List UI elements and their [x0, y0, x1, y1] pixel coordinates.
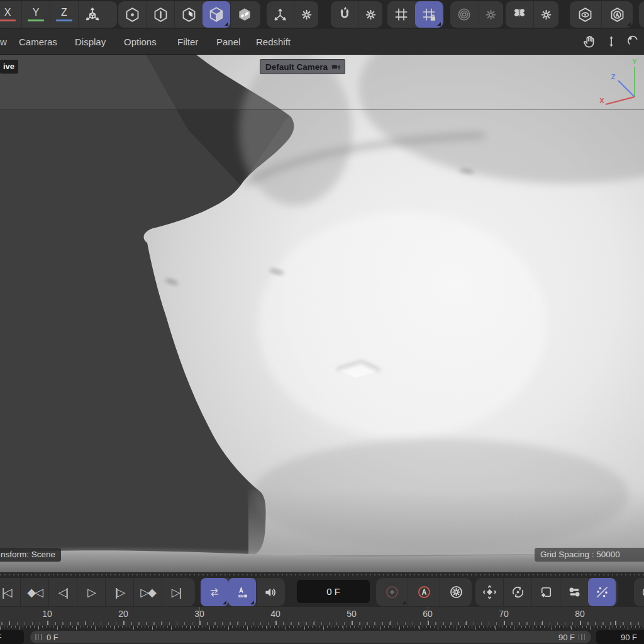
- ruler-tick-label: 50: [347, 609, 357, 619]
- animation-toolbar: |◁ ◆◁ ◁| ▷ |▷ ▷◆ ▷| 0 F: [0, 572, 644, 607]
- range-right-grip[interactable]: [579, 634, 586, 640]
- gear-icon: [364, 8, 377, 21]
- edges-mode-button[interactable]: [146, 1, 174, 28]
- snap-toggle-button[interactable]: [331, 1, 358, 28]
- parameter-key-icon: [538, 584, 554, 600]
- snap-magnet-icon: [336, 6, 353, 23]
- model-mode-button[interactable]: [203, 1, 230, 28]
- menu-cameras[interactable]: Cameras: [19, 29, 57, 54]
- keyframe-gear-icon: [448, 584, 465, 601]
- key-parameter-toggle[interactable]: [531, 578, 560, 606]
- points-mode-button[interactable]: [118, 1, 146, 28]
- lock-x-axis-button[interactable]: X: [0, 1, 21, 28]
- keyframe-settings-button[interactable]: [440, 578, 472, 606]
- pan-view-icon[interactable]: [581, 33, 597, 50]
- modeling-rings-button[interactable]: [450, 1, 478, 28]
- snap-settings-button[interactable]: [358, 1, 382, 28]
- play-mode-button[interactable]: [228, 578, 256, 606]
- view-name-label[interactable]: ive: [0, 60, 18, 74]
- quantize-grid-icon: [421, 6, 437, 23]
- menu-display[interactable]: Display: [75, 29, 106, 54]
- axis-z-underline: [56, 19, 72, 21]
- prev-key-button[interactable]: ◆◁: [20, 578, 48, 606]
- record-keyframe-button[interactable]: [376, 578, 408, 606]
- goto-start-button[interactable]: |◁: [0, 578, 20, 606]
- rings-icon: [456, 6, 472, 23]
- cinema4d-window: X Y Z: [0, 0, 644, 644]
- next-key-button[interactable]: ▷◆: [133, 578, 162, 606]
- menu-view[interactable]: w: [0, 29, 7, 54]
- ruler-tick-label: 20: [118, 609, 128, 619]
- point-level-animation-toggle[interactable]: [588, 578, 616, 606]
- speaker-icon: [262, 584, 279, 601]
- pla-icon: [594, 584, 610, 600]
- keyframe-a-icon: [234, 584, 250, 601]
- axis-x-label: X: [4, 8, 11, 18]
- menu-panel[interactable]: Panel: [216, 29, 240, 54]
- texture-mode-button[interactable]: [230, 1, 258, 28]
- axis-gizmo: Y Z X: [597, 58, 644, 111]
- autokey-a-icon: [416, 584, 433, 601]
- viewport-menubar: w Cameras Display Options Filter Panel R…: [0, 29, 644, 55]
- range-minor-ticks: [0, 626, 644, 628]
- symmetry-toggle-button[interactable]: [506, 1, 533, 28]
- clipped-toolbar-button[interactable]: [639, 1, 644, 28]
- divider-dots: [0, 574, 644, 575]
- preview-range-slider[interactable]: 0 F 90 F: [30, 631, 591, 643]
- toggles-icon: [567, 584, 582, 600]
- menu-redshift[interactable]: Redshift: [256, 29, 291, 54]
- loop-playback-button[interactable]: [201, 578, 228, 606]
- modeling-settings-button[interactable]: [478, 1, 502, 28]
- world-axes-icon: [84, 6, 101, 23]
- points-mode-icon: [124, 6, 141, 23]
- range-end-field[interactable]: 90 F: [596, 630, 644, 644]
- next-frame-button[interactable]: |▷: [105, 578, 133, 606]
- position-key-icon: [482, 584, 497, 600]
- sound-toggle-button[interactable]: [256, 578, 284, 606]
- ruler-tick-label: 10: [42, 609, 52, 619]
- play-button[interactable]: ▷: [77, 578, 105, 606]
- axis-y-underline: [28, 19, 44, 21]
- gear-icon: [540, 8, 553, 21]
- current-frame-field[interactable]: 0 F: [297, 580, 370, 603]
- prev-frame-button[interactable]: ◁|: [48, 578, 77, 606]
- camera-name-label[interactable]: Default Camera: [260, 59, 345, 74]
- viewport-override-button[interactable]: [601, 1, 633, 28]
- range-start-label: 0 F: [47, 633, 58, 642]
- camera-icon: [331, 62, 341, 72]
- clipped-anim-button[interactable]: [634, 578, 644, 606]
- menu-options[interactable]: Options: [124, 29, 157, 54]
- 3d-viewport[interactable]: ive Default Camera Y Z X nsform: Scene G…: [0, 55, 644, 572]
- menu-filter[interactable]: Filter: [177, 29, 198, 54]
- polygons-mode-button[interactable]: [174, 1, 203, 28]
- range-left-grip[interactable]: [35, 634, 43, 640]
- rotate-view-icon[interactable]: [625, 33, 641, 50]
- axis-modification-button[interactable]: [267, 1, 294, 28]
- quantize-button[interactable]: [415, 1, 443, 28]
- scene-render: [0, 55, 644, 572]
- key-position-toggle[interactable]: [475, 578, 503, 606]
- lock-y-axis-button[interactable]: Y: [21, 1, 50, 28]
- autokey-button[interactable]: [408, 578, 440, 606]
- camera-name-text: Default Camera: [265, 62, 328, 72]
- viewport-solo-button[interactable]: [570, 1, 601, 28]
- key-rotation-toggle[interactable]: [503, 578, 531, 606]
- record-icon: [384, 584, 401, 601]
- grid-snap-button[interactable]: [387, 1, 415, 28]
- range-start-field[interactable]: 0 F: [0, 630, 24, 644]
- top-toolbar: X Y Z: [0, 0, 644, 29]
- ruler-tick-label: 40: [270, 609, 280, 619]
- zoom-view-icon[interactable]: [603, 33, 619, 50]
- polygons-mode-icon: [180, 6, 197, 23]
- symmetry-settings-button[interactable]: [533, 1, 558, 28]
- edges-mode-icon: [152, 6, 169, 23]
- symmetry-butterfly-icon: [511, 6, 528, 23]
- range-end-label: 90 F: [558, 633, 575, 642]
- key-filter-toggle[interactable]: [560, 578, 588, 606]
- model-mode-icon: [208, 6, 225, 23]
- timeline-ruler[interactable]: 10 20 30 40 50 60 70 80: [0, 607, 644, 626]
- axis-settings-button[interactable]: [294, 1, 318, 28]
- lock-z-axis-button[interactable]: Z: [50, 1, 78, 28]
- goto-end-button[interactable]: ▷|: [162, 578, 190, 606]
- coordinate-system-button[interactable]: [78, 1, 106, 28]
